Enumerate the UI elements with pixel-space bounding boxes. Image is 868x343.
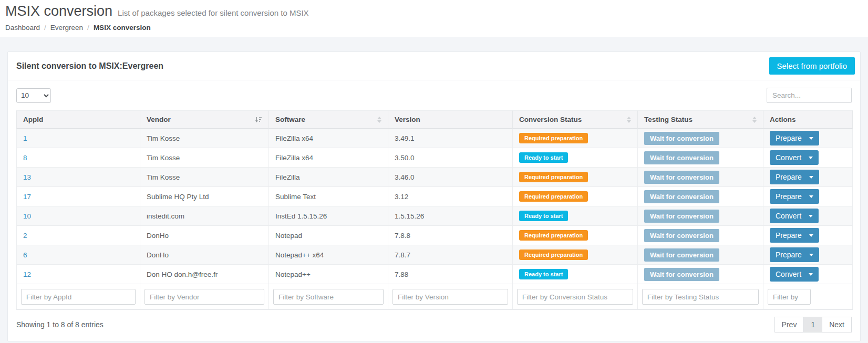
sort-desc-icon[interactable]: [255, 116, 262, 123]
action-button-label: Convert: [776, 153, 801, 162]
table-row: 17 Sublime HQ Pty Ltd Sublime Text 3.12 …: [16, 187, 853, 206]
conversion-status-badge: Ready to start: [519, 211, 568, 221]
column-label: Vendor: [147, 116, 171, 123]
chevron-down-icon: [809, 234, 813, 237]
conversion-status-badge: Required preparation: [519, 250, 588, 260]
filter-testing-status-input[interactable]: [642, 289, 759, 305]
column-header-appid[interactable]: AppId: [16, 110, 140, 129]
table-row: 8 Tim Kosse FileZilla x64 3.50.0 Ready t…: [16, 148, 853, 168]
action-button[interactable]: Prepare: [770, 228, 819, 243]
select-from-portfolio-button[interactable]: Select from portfolio: [769, 57, 855, 75]
column-header-version[interactable]: Version: [388, 110, 513, 129]
breadcrumb-current: MSIX conversion: [94, 24, 151, 32]
table-row: 10 instedit.com InstEd 1.5.15.26 1.5.15.…: [16, 206, 853, 226]
software-cell: Notepad++ x64: [269, 245, 388, 265]
pagination-next-button[interactable]: Next: [822, 317, 852, 332]
page-title: MSIX conversion: [5, 3, 112, 19]
page-header: MSIX conversion List of packages selecte…: [0, 0, 868, 37]
breadcrumb-dashboard[interactable]: Dashboard: [5, 24, 40, 32]
chevron-down-icon: [809, 137, 813, 140]
chevron-down-icon: [809, 157, 813, 159]
chevron-down-icon: [809, 254, 813, 256]
software-cell: FileZilla: [269, 168, 388, 187]
filter-actions-input[interactable]: [768, 289, 811, 305]
version-cell: 7.88: [388, 265, 513, 284]
card-header: Silent conversion to MSIX:Evergreen Sele…: [8, 52, 860, 80]
conversion-status-badge: Ready to start: [519, 269, 568, 279]
appid-link[interactable]: 10: [23, 212, 31, 220]
action-button[interactable]: Prepare: [770, 131, 819, 145]
vendor-cell: DonHo: [140, 245, 269, 265]
version-cell: 1.5.15.26: [388, 206, 513, 226]
filter-version-input[interactable]: [392, 289, 508, 305]
vendor-cell: Tim Kosse: [140, 148, 269, 168]
testing-status-badge: Wait for conversion: [644, 210, 719, 223]
appid-link[interactable]: 17: [23, 193, 31, 201]
filter-software-input[interactable]: [273, 289, 384, 305]
column-label: AppId: [23, 116, 43, 123]
appid-link[interactable]: 13: [23, 173, 31, 181]
appid-link[interactable]: 6: [23, 251, 27, 259]
software-cell: InstEd 1.5.15.26: [269, 206, 388, 226]
vendor-cell: DonHo: [140, 226, 269, 245]
breadcrumb: Dashboard / Evergreen / MSIX conversion: [5, 24, 860, 32]
table-row: 1 Tim Kosse FileZilla x64 3.49.1 Require…: [16, 129, 853, 148]
action-button-label: Prepare: [776, 231, 802, 240]
filter-conversion-status-input[interactable]: [517, 289, 633, 305]
column-label: Conversion Status: [519, 116, 582, 123]
sort-both-icon[interactable]: [752, 117, 757, 123]
conversion-status-badge: Required preparation: [519, 172, 588, 182]
appid-link[interactable]: 1: [23, 134, 27, 142]
sort-both-icon[interactable]: [377, 117, 381, 123]
filter-appid-input[interactable]: [21, 289, 136, 305]
packages-table: AppId Vendor: [16, 110, 853, 310]
page-subtitle: List of packages selected for silent con…: [118, 8, 309, 17]
appid-link[interactable]: 2: [23, 232, 27, 240]
pagination-prev-button[interactable]: Prev: [774, 317, 804, 332]
column-label: Software: [275, 116, 305, 123]
sort-both-icon[interactable]: [627, 117, 631, 123]
table-row: 6 DonHo Notepad++ x64 7.8.7 Required pre…: [16, 245, 853, 265]
table-controls: 10: [16, 88, 852, 103]
conversion-status-badge: Required preparation: [519, 133, 588, 143]
action-button-label: Convert: [776, 212, 801, 220]
filter-row: [16, 284, 853, 310]
column-header-software[interactable]: Software: [269, 110, 388, 129]
conversion-status-badge: Ready to start: [519, 152, 568, 163]
vendor-cell: Don HO don.h@free.fr: [140, 265, 269, 284]
appid-link[interactable]: 8: [23, 154, 27, 162]
column-label: Testing Status: [644, 116, 693, 123]
search-input[interactable]: [767, 88, 852, 103]
vendor-cell: Sublime HQ Pty Ltd: [140, 187, 269, 206]
action-button[interactable]: Prepare: [770, 247, 819, 262]
card-body: 10 AppId Vendor: [8, 80, 860, 310]
column-header-conversion-status[interactable]: Conversion Status: [513, 110, 638, 129]
conversion-status-badge: Required preparation: [519, 191, 588, 202]
vendor-cell: instedit.com: [140, 206, 269, 226]
version-cell: 3.46.0: [388, 168, 513, 187]
action-button[interactable]: Prepare: [770, 170, 819, 184]
chevron-down-icon: [809, 195, 813, 198]
breadcrumb-evergreen[interactable]: Evergreen: [50, 24, 83, 32]
chevron-down-icon: [809, 215, 813, 217]
appid-link[interactable]: 12: [23, 271, 31, 278]
conversion-card: Silent conversion to MSIX:Evergreen Sele…: [7, 51, 861, 341]
page-size-select[interactable]: 10: [16, 88, 51, 103]
version-cell: 3.49.1: [388, 129, 513, 148]
entries-summary: Showing 1 to 8 of 8 entries: [16, 320, 104, 329]
pagination-page-1[interactable]: 1: [803, 317, 822, 332]
action-button[interactable]: Convert: [770, 150, 819, 165]
column-header-actions: Actions: [763, 110, 853, 129]
table-row: 12 Don HO don.h@free.fr Notepad++ 7.88 R…: [16, 265, 853, 284]
action-button-label: Prepare: [776, 134, 802, 142]
testing-status-badge: Wait for conversion: [644, 151, 719, 164]
action-button[interactable]: Convert: [770, 209, 819, 223]
column-label: Actions: [770, 116, 796, 123]
column-header-testing-status[interactable]: Testing Status: [638, 110, 763, 129]
action-button[interactable]: Prepare: [770, 189, 819, 204]
filter-vendor-input[interactable]: [144, 289, 264, 305]
column-header-vendor[interactable]: Vendor: [140, 110, 269, 129]
testing-status-badge: Wait for conversion: [644, 268, 719, 281]
action-button[interactable]: Convert: [770, 267, 819, 282]
testing-status-badge: Wait for conversion: [644, 132, 719, 145]
